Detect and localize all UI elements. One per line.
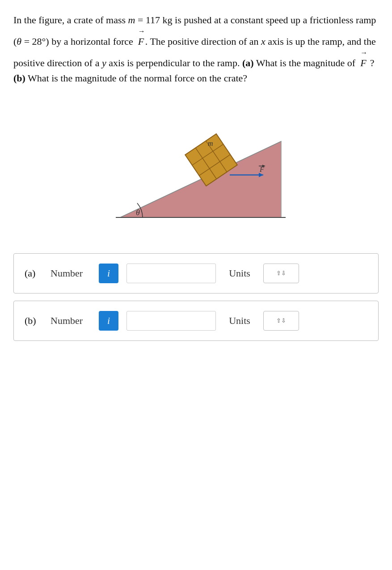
part-a-label: (a): [25, 268, 42, 279]
problem-statement: In the figure, a crate of mass m = 117 k…: [13, 13, 379, 86]
part-b-units-label: Units: [224, 315, 255, 327]
part-b-label: (b): [25, 315, 42, 327]
svg-text:m: m: [208, 140, 213, 147]
part-b-number-input[interactable]: [126, 311, 216, 331]
diagram-container: θ m F: [13, 97, 379, 235]
part-b-units-select[interactable]: ⇧⇩: [263, 311, 299, 331]
answer-row-a: (a) Number i Units ⇧⇩: [13, 253, 379, 294]
part-b-info-button[interactable]: i: [99, 311, 118, 331]
answer-row-b: (b) Number i Units ⇧⇩: [13, 301, 379, 341]
part-a-info-button[interactable]: i: [99, 264, 118, 283]
force-vector-label-2: → F: [360, 49, 367, 71]
force-vector-label: → F: [138, 28, 145, 49]
part-b-number-label: Number: [51, 315, 91, 327]
part-a-units-select[interactable]: ⇧⇩: [263, 264, 299, 283]
part-a-number-label: Number: [51, 268, 91, 279]
svg-text:θ: θ: [136, 208, 140, 217]
part-a-chevron-icon: ⇧⇩: [276, 270, 286, 277]
problem-text-content: In the figure, a crate of mass m = 117 k…: [13, 14, 376, 84]
ramp-diagram: θ m F: [102, 97, 290, 235]
part-a-units-label: Units: [224, 268, 255, 279]
part-a-number-input[interactable]: [126, 264, 216, 283]
part-b-chevron-icon: ⇧⇩: [276, 317, 286, 324]
